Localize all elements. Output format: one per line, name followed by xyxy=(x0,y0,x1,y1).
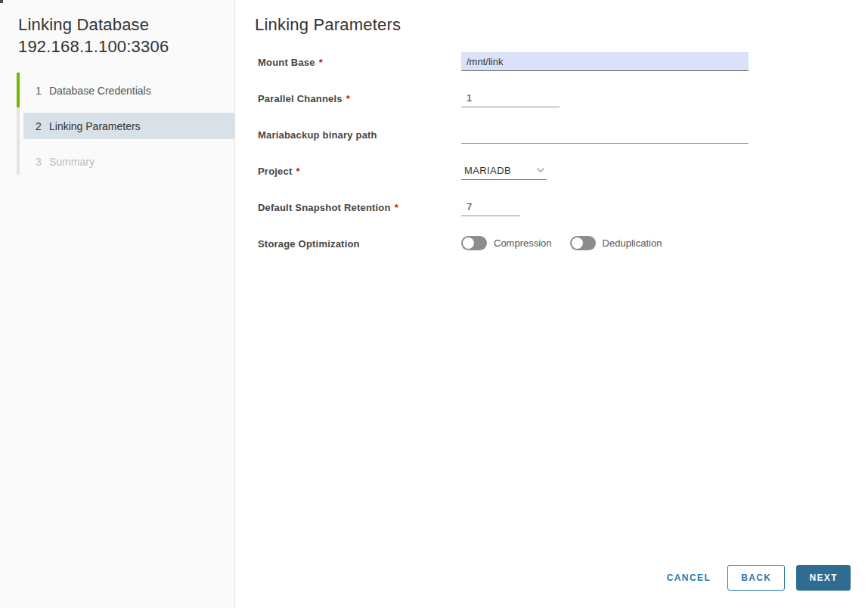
storage-optimization-label: Storage Optimization xyxy=(258,234,461,250)
wizard-title-line1: Linking Database xyxy=(18,15,149,34)
required-asterisk: * xyxy=(319,57,323,68)
step-summary: 3 Summary xyxy=(0,144,234,179)
step-database-credentials[interactable]: 1 Database Credentials xyxy=(0,73,234,108)
project-label: Project* xyxy=(258,161,461,177)
compression-toggle[interactable] xyxy=(461,236,487,250)
wizard-title-line2: 192.168.1.100:3306 xyxy=(18,37,169,56)
step-linking-parameters[interactable]: 2 Linking Parameters xyxy=(0,108,234,144)
deduplication-toggle-group: Deduplication xyxy=(570,236,662,250)
project-select[interactable]: MARIADB xyxy=(461,161,547,180)
mariabackup-path-row: Mariabackup binary path xyxy=(258,125,868,161)
back-button[interactable]: BACK xyxy=(727,565,785,591)
deduplication-toggle-label: Deduplication xyxy=(603,237,662,249)
toggle-knob xyxy=(463,237,474,249)
parallel-channels-row: Parallel Channels* xyxy=(258,88,868,125)
mariabackup-path-input[interactable] xyxy=(461,125,749,144)
mariabackup-path-label: Mariabackup binary path xyxy=(258,125,461,141)
window-corner-artifact xyxy=(0,0,3,3)
snapshot-retention-label: Default Snapshot Retention* xyxy=(258,197,461,213)
project-row: Project* MARIADB xyxy=(258,161,868,197)
step-number: 2 xyxy=(35,120,42,132)
required-asterisk: * xyxy=(346,93,350,104)
wizard-title: Linking Database 192.168.1.100:3306 xyxy=(18,14,234,57)
compression-toggle-label: Compression xyxy=(494,237,552,249)
project-selected-value: MARIADB xyxy=(464,165,511,176)
deduplication-toggle[interactable] xyxy=(570,236,596,250)
snapshot-retention-row: Default Snapshot Retention* xyxy=(258,197,868,234)
step-label: Database Credentials xyxy=(49,85,151,97)
linking-parameters-form: Mount Base* Parallel Channels* Mariaback… xyxy=(258,52,868,270)
mount-base-label: Mount Base* xyxy=(258,52,461,68)
step-label: Linking Parameters xyxy=(49,120,141,132)
parallel-channels-input[interactable] xyxy=(461,88,560,107)
wizard-footer: CANCEL BACK NEXT xyxy=(667,565,851,591)
wizard-sidebar: Linking Database 192.168.1.100:3306 1 Da… xyxy=(0,0,235,608)
next-button[interactable]: NEXT xyxy=(796,565,851,591)
page-title: Linking Parameters xyxy=(255,15,868,35)
parallel-channels-label: Parallel Channels* xyxy=(258,88,461,104)
chevron-down-icon xyxy=(536,167,545,173)
mount-base-row: Mount Base* xyxy=(258,52,868,88)
storage-optimization-row: Storage Optimization Compression Dedupli… xyxy=(258,234,868,270)
snapshot-retention-input[interactable] xyxy=(461,197,520,216)
step-label: Summary xyxy=(49,156,95,168)
compression-toggle-group: Compression xyxy=(461,236,552,250)
required-asterisk: * xyxy=(395,202,398,213)
toggle-knob xyxy=(572,237,583,249)
wizard-step-list: 1 Database Credentials 2 Linking Paramet… xyxy=(0,73,234,179)
wizard-content: Linking Parameters Mount Base* Parallel … xyxy=(235,0,868,608)
mount-base-input[interactable] xyxy=(461,52,749,71)
step-number: 1 xyxy=(35,85,42,97)
required-asterisk: * xyxy=(296,166,299,177)
cancel-button[interactable]: CANCEL xyxy=(667,565,711,591)
step-number: 3 xyxy=(35,156,42,168)
